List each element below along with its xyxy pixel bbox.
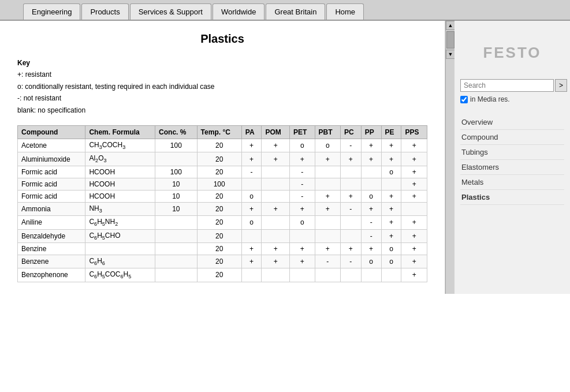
table-cell: +: [381, 229, 401, 242]
table-cell: [155, 255, 198, 268]
table-cell: -: [341, 202, 362, 215]
table-cell: +: [381, 139, 401, 152]
table-cell: +: [401, 152, 427, 166]
sidebar-item-elastomers[interactable]: Elastomers: [460, 160, 564, 175]
table-cell: -: [341, 139, 362, 152]
table-cell: CH3COCH3: [85, 139, 155, 152]
sidebar-item-tubings[interactable]: Tubings: [460, 145, 564, 160]
table-cell: -: [241, 166, 262, 178]
table-header-row: Compound Chem. Formula Conc. % Temp. °C …: [18, 125, 427, 139]
sidebar-item-plastics[interactable]: Plastics: [460, 190, 564, 205]
sidebar-item-metals[interactable]: Metals: [460, 175, 564, 190]
scroll-down-btn[interactable]: ▼: [446, 50, 455, 59]
table-cell: Formic acid: [18, 190, 85, 202]
key-line-3: -: not resistant: [17, 92, 427, 104]
table-cell: -: [341, 255, 362, 268]
col-conc: Conc. %: [155, 125, 198, 139]
table-cell: HCOOH: [85, 178, 155, 190]
sidebar-item-compound[interactable]: Compound: [460, 130, 564, 145]
table-cell: C6H6: [85, 255, 155, 268]
table-cell: Aluminiumoxide: [18, 152, 85, 166]
sidebar-item-overview[interactable]: Overview: [460, 115, 564, 130]
tab-home[interactable]: Home: [326, 3, 364, 20]
table-row: AluminiumoxideAl2O320++++++++: [18, 152, 427, 166]
table-cell: Formic acid: [18, 178, 85, 190]
table-cell: o: [315, 139, 340, 152]
table-cell: C6H5COC6H5: [85, 268, 155, 282]
table-cell: [341, 166, 362, 178]
nav-tabs: Engineering Products Services & Support …: [0, 0, 570, 21]
tab-engineering[interactable]: Engineering: [23, 3, 80, 20]
table-cell: o: [361, 255, 381, 268]
table-cell: +: [361, 202, 381, 215]
col-pc: PC: [341, 125, 362, 139]
table-row: BenzeneC6H620+++--oo+: [18, 255, 427, 268]
media-res-row: in Media res.: [460, 95, 564, 103]
table-cell: +: [241, 152, 262, 166]
col-pps: PPS: [401, 125, 427, 139]
table-cell: +: [241, 202, 262, 215]
table-cell: [262, 190, 289, 202]
table-cell: +: [241, 242, 262, 255]
table-cell: +: [401, 229, 427, 242]
table-cell: +: [289, 255, 315, 268]
media-res-checkbox[interactable]: [460, 96, 468, 103]
table-cell: +: [315, 152, 340, 166]
table-cell: +: [401, 255, 427, 268]
scrollbar[interactable]: ▲ ▼: [445, 21, 454, 294]
table-cell: 20: [197, 190, 241, 202]
table-cell: 20: [197, 242, 241, 255]
table-cell: +: [262, 152, 289, 166]
table-cell: [262, 178, 289, 190]
table-cell: [155, 242, 198, 255]
table-cell: -: [361, 229, 381, 242]
table-row: AcetoneCH3COCH310020++oo-+++: [18, 139, 427, 152]
col-pa: PA: [241, 125, 262, 139]
key-line-2: o: conditionally resistant, testing requ…: [17, 81, 427, 92]
table-cell: o: [381, 242, 401, 255]
table-cell: [381, 268, 401, 282]
tab-worldwide[interactable]: Worldwide: [213, 3, 264, 20]
table-cell: 20: [197, 166, 241, 178]
table-cell: +: [361, 152, 381, 166]
table-cell: Formic acid: [18, 166, 85, 178]
scroll-up-btn[interactable]: ▲: [446, 21, 455, 30]
table-cell: -: [289, 166, 315, 178]
table-cell: +: [381, 216, 401, 229]
search-button[interactable]: >: [555, 79, 567, 92]
sidebar-nav: OverviewCompoundTubingsElastomersMetalsP…: [460, 115, 564, 205]
key-line-1: +: resistant: [17, 69, 427, 80]
table-cell: +: [241, 255, 262, 268]
table-cell: 20: [197, 268, 241, 282]
table-cell: 10: [155, 190, 198, 202]
table-cell: [262, 166, 289, 178]
search-input[interactable]: [460, 79, 554, 92]
table-cell: +: [401, 166, 427, 178]
table-cell: Benzene: [18, 255, 85, 268]
data-table: Compound Chem. Formula Conc. % Temp. °C …: [17, 125, 427, 282]
table-cell: 100: [155, 166, 198, 178]
col-pet: PET: [289, 125, 315, 139]
scroll-thumb[interactable]: [446, 31, 454, 48]
table-cell: +: [401, 190, 427, 202]
table-cell: [315, 178, 340, 190]
table-cell: 20: [197, 216, 241, 229]
table-cell: [315, 166, 340, 178]
table-cell: [289, 268, 315, 282]
table-cell: +: [401, 139, 427, 152]
table-row: Formic acidHCOOH10100-+: [18, 178, 427, 190]
tab-great-britain[interactable]: Great Britain: [266, 3, 325, 20]
table-cell: o: [289, 139, 315, 152]
tab-services[interactable]: Services & Support: [130, 3, 211, 20]
table-cell: +: [401, 242, 427, 255]
table-cell: +: [401, 178, 427, 190]
table-row: BenzaldehydeC6H5CHO20-++: [18, 229, 427, 242]
table-cell: o: [241, 216, 262, 229]
col-pbt: PBT: [315, 125, 340, 139]
table-cell: +: [262, 202, 289, 215]
table-cell: o: [289, 216, 315, 229]
table-cell: -: [289, 178, 315, 190]
sidebar: FESTO > in Media res. OverviewCompoundTu…: [454, 21, 570, 294]
tab-products[interactable]: Products: [81, 3, 128, 20]
table-cell: +: [381, 190, 401, 202]
